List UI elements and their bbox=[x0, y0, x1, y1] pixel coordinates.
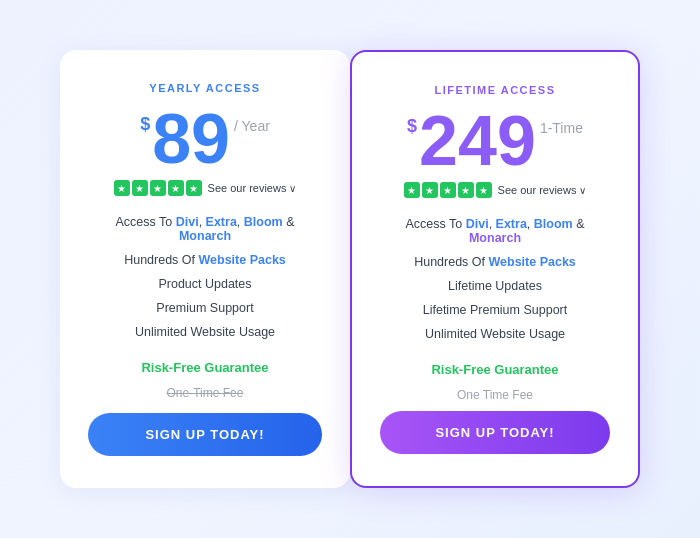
star-5: ★ bbox=[186, 180, 202, 196]
lifetime-dollar: $ bbox=[407, 116, 417, 137]
yearly-title: YEARLY ACCESS bbox=[149, 82, 260, 94]
lifetime-stars: ★ ★ ★ ★ ★ bbox=[404, 182, 492, 198]
yearly-dollar: $ bbox=[140, 114, 150, 135]
yearly-reviews-text[interactable]: See our reviews ∨ bbox=[208, 182, 297, 194]
lifetime-feature-5: Unlimited Website Usage bbox=[380, 322, 610, 346]
yearly-period: / Year bbox=[234, 118, 270, 134]
lifetime-price-row: $ 249 1-Time bbox=[407, 106, 583, 176]
yearly-risk-free: Risk-Free Guarantee bbox=[141, 360, 268, 375]
lifetime-title: LIFETIME ACCESS bbox=[434, 84, 555, 96]
lifetime-cta-button[interactable]: SIGN UP TODAY! bbox=[380, 411, 610, 454]
yearly-feature-3: Product Updates bbox=[88, 272, 322, 296]
star-4: ★ bbox=[458, 182, 474, 198]
lifetime-price: 249 bbox=[419, 106, 536, 176]
yearly-one-time-fee: One-Time Fee bbox=[167, 386, 244, 400]
star-5: ★ bbox=[476, 182, 492, 198]
lifetime-feature-4: Lifetime Premium Support bbox=[380, 298, 610, 322]
star-2: ★ bbox=[422, 182, 438, 198]
star-2: ★ bbox=[132, 180, 148, 196]
yearly-feature-5: Unlimited Website Usage bbox=[88, 320, 322, 344]
lifetime-card: LIFETIME ACCESS $ 249 1-Time ★ ★ ★ ★ ★ S… bbox=[350, 50, 640, 488]
lifetime-reviews-text[interactable]: See our reviews ∨ bbox=[498, 184, 587, 196]
lifetime-feature-3: Lifetime Updates bbox=[380, 274, 610, 298]
yearly-feature-2: Hundreds Of Website Packs bbox=[88, 248, 322, 272]
star-1: ★ bbox=[404, 182, 420, 198]
chevron-down-icon: ∨ bbox=[289, 183, 296, 194]
star-3: ★ bbox=[440, 182, 456, 198]
chevron-down-icon: ∨ bbox=[579, 185, 586, 196]
lifetime-feature-2: Hundreds Of Website Packs bbox=[380, 250, 610, 274]
pricing-container: YEARLY ACCESS $ 89 / Year ★ ★ ★ ★ ★ See … bbox=[40, 30, 660, 508]
lifetime-features: Access To Divi, Extra, Bloom & Monarch H… bbox=[380, 212, 610, 346]
lifetime-risk-free: Risk-Free Guarantee bbox=[431, 362, 558, 377]
yearly-card: YEARLY ACCESS $ 89 / Year ★ ★ ★ ★ ★ See … bbox=[60, 50, 350, 488]
star-1: ★ bbox=[114, 180, 130, 196]
yearly-cta-button[interactable]: SIGN UP TODAY! bbox=[88, 413, 322, 456]
yearly-price: 89 bbox=[152, 104, 230, 174]
yearly-features: Access To Divi, Extra, Bloom & Monarch H… bbox=[88, 210, 322, 344]
yearly-reviews: ★ ★ ★ ★ ★ See our reviews ∨ bbox=[114, 180, 297, 196]
star-3: ★ bbox=[150, 180, 166, 196]
lifetime-one-time-fee: One Time Fee bbox=[457, 388, 533, 402]
yearly-price-row: $ 89 / Year bbox=[140, 104, 270, 174]
lifetime-reviews: ★ ★ ★ ★ ★ See our reviews ∨ bbox=[404, 182, 587, 198]
star-4: ★ bbox=[168, 180, 184, 196]
yearly-stars: ★ ★ ★ ★ ★ bbox=[114, 180, 202, 196]
lifetime-feature-1: Access To Divi, Extra, Bloom & Monarch bbox=[380, 212, 610, 250]
yearly-feature-4: Premium Support bbox=[88, 296, 322, 320]
yearly-feature-1: Access To Divi, Extra, Bloom & Monarch bbox=[88, 210, 322, 248]
lifetime-period: 1-Time bbox=[540, 120, 583, 136]
